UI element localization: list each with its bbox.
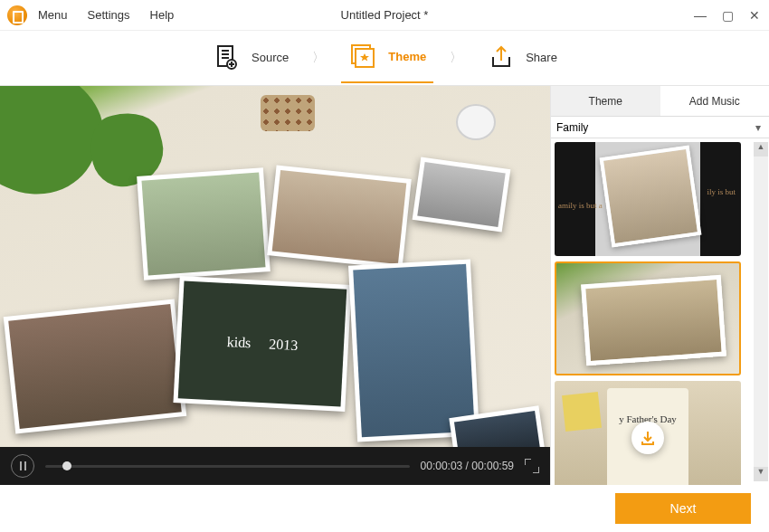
theme-list: y Father's Day ▲ ▼: [551, 138, 769, 485]
close-button[interactable]: ✕: [747, 8, 762, 23]
player-bar: 00:00:03 / 00:00:59: [0, 447, 550, 485]
main-area: kids2013 00:00:03 / 00:00:59 Theme Add M…: [0, 85, 769, 485]
chevron-down-icon: ▾: [753, 121, 764, 134]
tab-theme[interactable]: Theme: [551, 86, 660, 117]
footer: Next: [0, 485, 769, 532]
step-nav: Source 〉 Theme 〉 Share: [0, 31, 769, 85]
theme-thumbnail[interactable]: y Father's Day: [555, 381, 741, 485]
preview-photo: [4, 299, 187, 433]
preview-photo: [413, 157, 511, 232]
menu-item-help[interactable]: Help: [150, 8, 175, 22]
theme-thumbnail[interactable]: [555, 261, 741, 375]
step-theme[interactable]: Theme: [341, 33, 433, 83]
preview-panel: kids2013 00:00:03 / 00:00:59: [0, 86, 550, 485]
step-source[interactable]: Source: [204, 33, 296, 82]
dropdown-value: Family: [556, 121, 588, 134]
step-share-label: Share: [526, 51, 557, 64]
chevron-right-icon: 〉: [312, 50, 325, 66]
side-panel: Theme Add Music Family ▾ y Father's Day …: [550, 86, 769, 485]
step-share[interactable]: Share: [479, 33, 565, 82]
download-icon[interactable]: [631, 422, 664, 454]
maximize-button[interactable]: ▢: [720, 8, 735, 23]
preview-photo: [348, 260, 479, 442]
titlebar: Menu Settings Help Untitled Project * — …: [0, 0, 769, 31]
decor-cookies: [261, 95, 315, 131]
seek-slider[interactable]: [45, 465, 410, 468]
scroll-down-button[interactable]: ▼: [754, 467, 768, 481]
tab-add-music[interactable]: Add Music: [660, 86, 770, 117]
seek-thumb[interactable]: [62, 461, 71, 470]
theme-icon: [348, 42, 379, 72]
decor-mug: [456, 104, 496, 140]
share-icon: [486, 43, 517, 73]
fullscreen-button[interactable]: [525, 459, 539, 473]
preview-photo: [267, 165, 412, 269]
menu-item-menu[interactable]: Menu: [38, 8, 68, 22]
side-tabs: Theme Add Music: [551, 86, 769, 117]
decor-sticky-note: [562, 392, 602, 432]
theme-category-dropdown[interactable]: Family ▾: [551, 117, 769, 138]
window-controls: — ▢ ✕: [693, 8, 762, 23]
minimize-button[interactable]: —: [693, 8, 707, 23]
step-theme-label: Theme: [388, 50, 426, 63]
theme-thumbnail[interactable]: [555, 142, 741, 256]
menu-item-settings[interactable]: Settings: [88, 8, 130, 22]
timecode: 00:00:03 / 00:00:59: [421, 460, 514, 472]
menubar: Menu Settings Help: [38, 8, 174, 22]
scroll-up-button[interactable]: ▲: [754, 142, 768, 157]
project-title: Untitled Project *: [341, 8, 429, 22]
chevron-right-icon: 〉: [450, 50, 462, 66]
preview-photo: kids2013: [173, 276, 351, 412]
source-icon: [212, 43, 242, 73]
step-source-label: Source: [252, 51, 289, 64]
app-logo-icon: [7, 5, 27, 25]
preview-photo: [137, 167, 271, 280]
scrollbar[interactable]: ▲ ▼: [754, 142, 768, 481]
pause-button[interactable]: [11, 454, 34, 478]
next-button[interactable]: Next: [615, 493, 751, 524]
preview-canvas[interactable]: kids2013: [0, 86, 550, 447]
